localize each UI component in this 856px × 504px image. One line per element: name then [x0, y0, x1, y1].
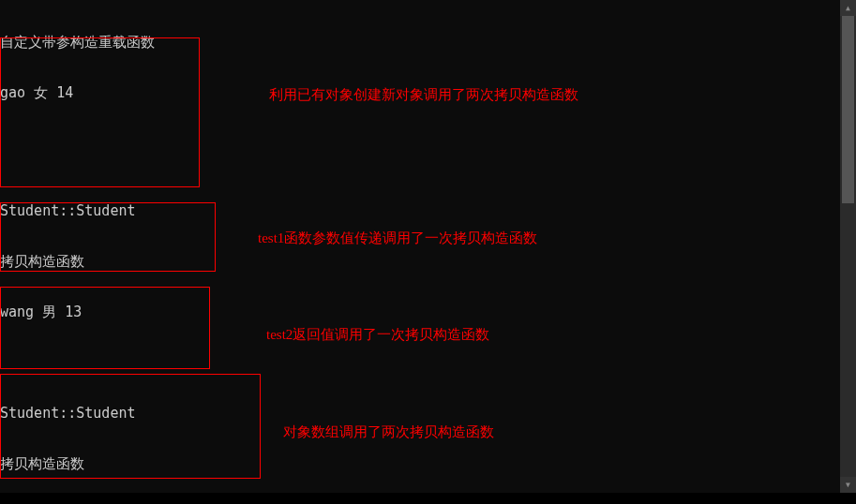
output-blank — [0, 354, 856, 371]
scroll-thumb[interactable] — [842, 16, 854, 203]
vertical-scrollbar[interactable]: ▲ ▼ — [840, 0, 856, 493]
annotation-text-1: 利用已有对象创建新对象调用了两次拷贝构造函数 — [269, 86, 578, 104]
output-line: Student::Student — [0, 202, 856, 219]
output-line: wang 男 13 — [0, 304, 856, 320]
output-line: Student::Student — [0, 405, 856, 422]
output-blank — [0, 135, 856, 152]
annotation-text-4: 对象数组调用了两次拷贝构造函数 — [283, 423, 494, 441]
output-line: 自定义带参构造重载函数 — [0, 34, 856, 51]
output-line: 拷贝构造函数 — [0, 253, 856, 270]
annotation-text-3: test2返回值调用了一次拷贝构造函数 — [266, 326, 489, 344]
annotation-text-2: test1函数参数值传递调用了一次拷贝构造函数 — [258, 230, 537, 247]
scroll-up-button[interactable]: ▲ — [840, 0, 856, 16]
output-line: 拷贝构造函数 — [0, 455, 856, 472]
bottom-border — [0, 493, 856, 504]
scroll-down-button[interactable]: ▼ — [840, 477, 856, 493]
